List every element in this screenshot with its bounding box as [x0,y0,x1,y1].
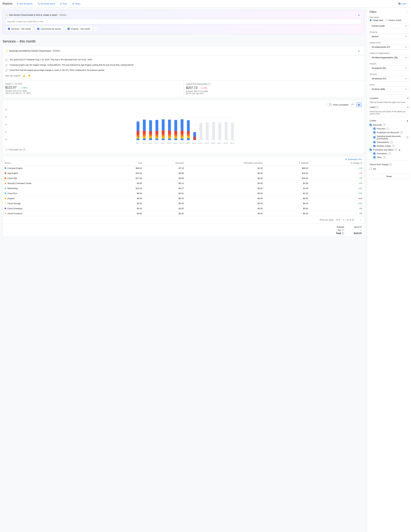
spending-based-help-icon[interactable]: ? [406,136,409,139]
svg-text:Aug 11: Aug 11 [167,142,171,144]
discounts-help-icon[interactable]: ? [383,124,386,126]
summary-body: 📈 You spent $122.07 between Aug 1-19, 20… [3,56,364,80]
reseller-margin-check[interactable] [374,145,375,147]
gemini-search-input[interactable] [5,19,362,24]
cell-service: Networking [3,186,109,191]
summary-card-header: ✨ Summary provided by Gemini Cloud Assis… [3,46,364,56]
cloud-icon-2: G [37,27,40,30]
bar-chart-button[interactable] [356,103,362,107]
learn-icon: 📚 [398,2,401,5]
reseller-margin-help-icon[interactable]: ? [392,145,395,147]
chip-projects-this-month[interactable]: G Projects – this month [65,26,92,32]
change-help-icon[interactable]: ? [360,162,362,164]
chart-controls: Show cumulative [5,103,362,107]
labels-help-icon[interactable]: ? [376,106,379,109]
forecasted-box [5,149,8,151]
spending-based-check[interactable] [374,136,375,138]
cell-cost: $10.91 [109,186,144,191]
prev-page-button[interactable]: ‹ [356,218,358,222]
invoice-month-option[interactable]: Invoice month [386,19,402,21]
print-icon: 🖨 [60,2,62,5]
bar-chart-icon [358,103,360,106]
page-nav: ‹ › [356,218,362,222]
projects-select[interactable]: All projects (55) [370,66,409,71]
thumbs-down-button[interactable]: 👎 [27,74,31,78]
svg-rect-45 [181,137,184,139]
summary-collapse-button[interactable]: ▲ [356,49,362,53]
cell-discounts: -$9.27 [144,186,186,191]
table-actions: ⬇ Download CSV [3,156,364,161]
cell-promotions: $0.00 [186,196,265,201]
table-row: ★Cloud Functions $0.00 $0.00 $0.00 $0.00… [3,211,364,216]
svg-rect-49 [187,136,190,138]
sidebar-close-button[interactable]: › [407,10,409,14]
credits-header[interactable]: Credits ▲ [370,119,409,123]
see-all-reports-button[interactable]: ☰ See all reports [15,1,35,6]
chip-services-this-month[interactable]: G Services – this month [5,26,33,32]
generate-query-button[interactable]: 🔍 Generate query [36,1,57,6]
subscriptions-check[interactable] [374,141,375,143]
download-csv-button[interactable]: ⬇ Download CSV [345,158,362,161]
promotions-sub-help-icon[interactable]: ? [388,152,391,155]
other-help-icon[interactable]: ? [383,156,386,159]
forecasted-help-icon[interactable]: ? [23,148,26,151]
invoice-charges-help-icon[interactable]: ? [389,163,392,166]
metrics-row: August 1 – 19, 2024 $122.07 ↓ -4.09% inc… [3,80,364,97]
sustained-use-help-icon[interactable]: ? [400,131,403,134]
print-button[interactable]: 🖨 Print [58,1,69,6]
chip-last-invoice-by-service[interactable]: G Last invoice by service [35,26,64,32]
promotions-help-icon[interactable]: ? [395,149,397,151]
total-line: Total ? $122.07 [5,232,362,235]
sustained-use-check[interactable] [374,132,375,133]
cell-cost: $0.04 [109,201,144,206]
other-check[interactable] [374,156,375,158]
cell-subtotal: $0.04 [265,201,310,206]
thumbs-up-button[interactable]: 👍 [22,74,26,78]
time-range-radio-group: Usage date Invoice month [370,19,409,21]
locations-section-header[interactable]: Locations ▾ [370,96,409,100]
line-chart-button[interactable] [350,103,355,107]
free-tiers-help-icon[interactable]: ? [387,127,389,130]
cumulative-toggle-switch[interactable] [327,103,332,106]
summary-card: ✨ Summary provided by Gemini Cloud Assis… [2,46,364,97]
labels-section-header[interactable]: Labels ? ▾ [370,105,409,109]
svg-text:Aug 1: Aug 1 [136,142,140,144]
cell-service: Cloud SQL [3,176,109,181]
gemini-collapse-button[interactable]: ▲ [356,13,362,17]
cell-service: Cloud Scheduler [3,206,109,211]
table-row: Networking $10.91 -$9.27 $0.00 $1.64 ↓-6… [3,186,364,191]
discounts-checkbox: Discounts ? [370,124,409,126]
skus-select[interactable]: All SKUs (408) [370,86,409,92]
subaccounts-select[interactable]: All subaccounts (27) [370,44,409,50]
skus-filter: SKUs All SKUs (408) [370,84,409,92]
current-month-select[interactable]: Current month [370,23,409,28]
discounts-check[interactable] [370,124,372,126]
share-button[interactable]: 🔗 Share [70,1,83,6]
promotions-sub-check[interactable] [374,152,375,155]
services-table: Service Cost Discounts Promotions and ot… [3,161,364,216]
promotions-others-check[interactable] [370,149,372,151]
cell-subtotal: $1.02 [265,191,310,196]
svg-rect-51 [193,137,196,140]
chips-next-button[interactable]: › [94,26,99,31]
learn-button[interactable]: 📚 Learn [396,1,409,6]
metric-forecast-change: ↑ 0.75% [200,87,207,89]
forecast-help-icon[interactable]: ? [208,83,210,85]
services-select[interactable]: All services (47) [370,76,409,81]
folders-select[interactable]: All folders/organizations (28) [370,55,409,60]
invoice-charges-header[interactable]: Invoice level charges ? [370,162,409,167]
reseller-margin-checkbox: Reseller margin ? [374,145,409,147]
svg-text:Aug 27: Aug 27 [217,142,222,144]
tax-check[interactable] [370,168,372,170]
total-help-icon[interactable]: ? [342,232,344,235]
reset-button[interactable]: Reset [370,174,409,179]
free-tiers-check[interactable] [374,128,375,130]
subscriptions-help-icon[interactable]: ? [390,141,393,143]
svg-rect-56 [218,123,221,140]
next-page-button[interactable]: › [360,218,362,222]
rows-per-page-select[interactable]: 10 25 50 [335,218,341,221]
group-by-select[interactable]: Service [370,34,409,39]
tax-help-icon[interactable]: ? [342,229,344,231]
cell-discounts: $0.00 [144,206,186,211]
usage-date-option[interactable]: Usage date [370,19,383,21]
